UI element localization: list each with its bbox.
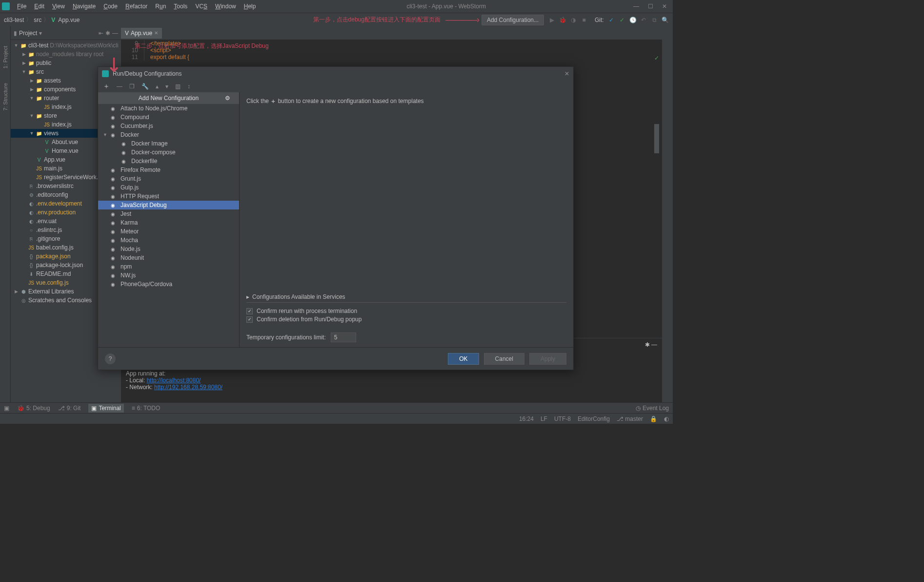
config-type-item[interactable]: ◉Karma [98, 218, 239, 227]
help-button[interactable]: ? [105, 353, 116, 364]
config-type-item[interactable]: ◉JavaScript Debug [98, 201, 239, 209]
config-type-item[interactable]: ◉NW.js [98, 271, 239, 280]
temp-limit-input[interactable] [331, 333, 356, 342]
run-icon[interactable]: ▶ [548, 17, 556, 23]
git-commit-icon[interactable]: ✓ [618, 17, 626, 23]
hide-icon[interactable]: — [112, 30, 118, 37]
close-tab-icon[interactable]: ✕ [154, 30, 158, 36]
status-branch[interactable]: ⎇ master [617, 416, 643, 422]
config-type-item[interactable]: ◉Compound [98, 113, 239, 122]
config-type-item[interactable]: ◉Jest [98, 209, 239, 218]
config-type-item[interactable]: ◉Mocha [98, 236, 239, 245]
menu-view[interactable]: View [49, 1, 68, 11]
gear-icon[interactable]: ✱ [105, 30, 110, 37]
confirm-delete-checkbox[interactable]: ✓Confirm deletion from Run/Debug popup [246, 316, 566, 323]
remove-button[interactable]: — [117, 83, 122, 90]
tree-item[interactable]: ▶📁node_modules library root [11, 50, 121, 59]
apply-button[interactable]: Apply [529, 353, 566, 365]
terminal-tab[interactable]: ▣ Terminal [88, 404, 123, 413]
add-configuration-button[interactable]: Add Configuration... [482, 15, 544, 25]
status-lf[interactable]: LF [541, 416, 547, 422]
config-type-item[interactable]: ◉Node.js [98, 245, 239, 253]
config-type-item[interactable]: ◉Meteor [98, 227, 239, 236]
maximize-icon[interactable]: ☐ [648, 3, 653, 10]
menu-window[interactable]: Window [212, 1, 240, 11]
gear-icon[interactable]: ✱ — [645, 341, 657, 348]
git-revert-icon[interactable]: ↶ [640, 17, 647, 23]
config-type-item[interactable]: ◉Firefox Remote [98, 166, 239, 174]
menu-file[interactable]: File [14, 1, 30, 11]
up-icon[interactable]: ▴ [156, 83, 159, 90]
chevron-down-icon[interactable]: ▾ [39, 30, 42, 37]
menu-tools[interactable]: Tools [170, 1, 191, 11]
breadcrumb-file[interactable]: App.vue [58, 17, 80, 23]
config-type-item[interactable]: ▼◉Docker [98, 130, 239, 139]
close-icon[interactable]: ✕ [564, 70, 569, 77]
ide-frame-icon[interactable]: ⧉ [650, 17, 658, 23]
config-type-item[interactable]: ◉Attach to Node.js/Chrome [98, 104, 239, 113]
git-history-icon[interactable]: 🕓 [629, 17, 637, 23]
config-type-item[interactable]: ◉Dockerfile [98, 157, 239, 166]
tool-tab-icon[interactable]: ▣ [4, 405, 9, 412]
inspection-ok-icon[interactable]: ✓ [654, 55, 659, 62]
tab-appvue[interactable]: V App.vue ✕ [121, 28, 162, 39]
todo-tab[interactable]: ≡ 6: TODO [132, 405, 161, 412]
status-time: 16:24 [519, 416, 534, 422]
debug-tab[interactable]: 🐞 5: Debug [17, 405, 50, 412]
menu-refactor[interactable]: Refactor [122, 1, 151, 11]
plus-icon: ＋ [270, 98, 276, 104]
menu-vcs[interactable]: VCS [192, 1, 211, 11]
config-type-item[interactable]: ◉PhoneGap/Cordova [98, 280, 239, 289]
config-type-item[interactable]: ◉Docker-compose [98, 148, 239, 157]
status-editorconfig[interactable]: EditorConfig [578, 416, 610, 422]
configs-available-section[interactable]: ▸ Configurations Available in Services [246, 293, 566, 303]
menu-run[interactable]: Run [152, 1, 169, 11]
config-type-item[interactable]: ◉Gulp.js [98, 183, 239, 192]
config-type-item[interactable]: ◉Nodeunit [98, 253, 239, 262]
ok-button[interactable]: OK [448, 353, 479, 365]
cancel-button[interactable]: Cancel [484, 353, 524, 365]
menu-code[interactable]: Code [100, 1, 121, 11]
breadcrumb-src[interactable]: src [34, 17, 41, 23]
minimize-icon[interactable]: — [633, 3, 639, 10]
terminal-link-network[interactable]: http://192.168.28.59:8080/ [154, 384, 222, 391]
sort-icon[interactable]: ↕ [187, 83, 190, 90]
sidebar-tab-project[interactable]: 1: Project [2, 46, 8, 68]
debug-icon[interactable]: 🐞 [559, 17, 566, 23]
config-type-item[interactable]: ◉Cucumber.js [98, 122, 239, 130]
config-type-item[interactable]: ◉HTTP Request [98, 192, 239, 201]
editor-tabs: V App.vue ✕ [121, 26, 662, 40]
breadcrumb-project[interactable]: cli3-test [4, 17, 24, 23]
collapse-icon[interactable]: ⇤ [99, 30, 103, 37]
config-type-item[interactable]: ◉Grunt.js [98, 174, 239, 183]
scrollbar[interactable] [654, 124, 659, 153]
confirm-rerun-checkbox[interactable]: ✓Confirm rerun with process termination [246, 308, 566, 314]
status-icon[interactable]: ◐ [664, 416, 669, 422]
menu-navigate[interactable]: Navigate [69, 1, 99, 11]
config-type-item[interactable]: ◉Docker Image [98, 139, 239, 148]
terminal-link-local[interactable]: http://localhost:8080/ [147, 377, 201, 384]
menu-edit[interactable]: Edit [31, 1, 48, 11]
project-panel-title[interactable]: Project [19, 30, 37, 37]
tree-item[interactable]: ▼📁cli3-test D:\Workspace\testWork\cli [11, 41, 121, 50]
wrench-icon[interactable]: 🔧 [141, 83, 149, 90]
add-button[interactable]: ＋ [103, 82, 110, 91]
search-icon[interactable]: 🔍 [661, 17, 669, 23]
event-log-tab[interactable]: ◷ Event Log [636, 405, 669, 412]
gear-icon[interactable]: ⚙ [225, 95, 230, 102]
config-type-item[interactable]: ◉npm [98, 262, 239, 271]
lock-icon[interactable]: 🔒 [650, 416, 657, 422]
down-icon[interactable]: ▾ [165, 83, 168, 90]
coverage-icon[interactable]: ◑ [569, 17, 577, 23]
config-type-list[interactable]: ◉Attach to Node.js/Chrome◉Compound◉Cucum… [98, 104, 239, 347]
git-update-icon[interactable]: ✓ [607, 17, 615, 23]
stop-icon[interactable]: ■ [580, 17, 588, 23]
sidebar-tab-structure[interactable]: 7: Structure [2, 83, 8, 111]
git-tab[interactable]: ⎇ 9: Git [58, 405, 81, 412]
close-icon[interactable]: ✕ [662, 3, 667, 10]
copy-button[interactable]: ❐ [129, 83, 135, 90]
status-charset[interactable]: UTF-8 [554, 416, 571, 422]
folder-icon[interactable]: ▥ [175, 83, 181, 90]
dialog-hint: Click the ＋ button to create a new confi… [246, 97, 566, 105]
menu-help[interactable]: Help [241, 1, 260, 11]
